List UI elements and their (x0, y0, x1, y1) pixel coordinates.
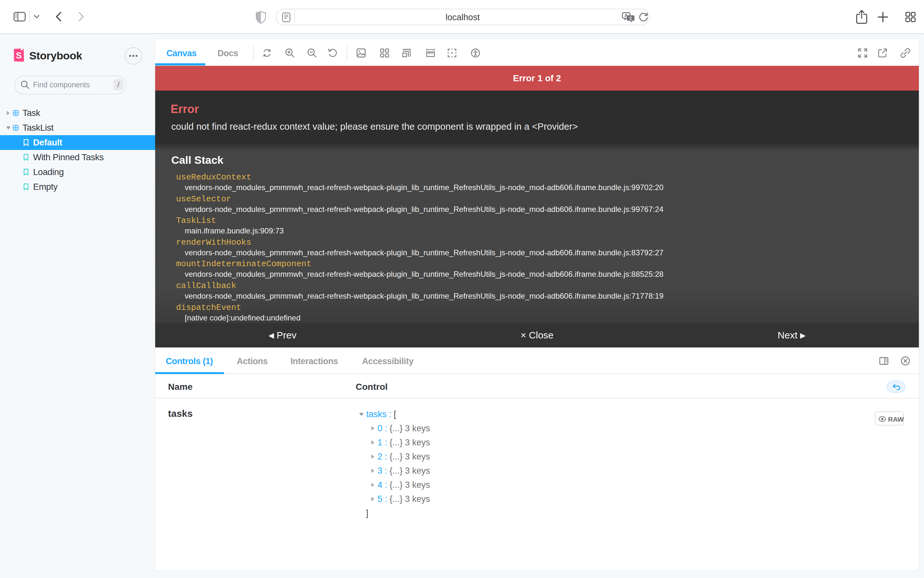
svg-text:文: 文 (628, 16, 633, 21)
svg-text:S: S (16, 51, 22, 60)
